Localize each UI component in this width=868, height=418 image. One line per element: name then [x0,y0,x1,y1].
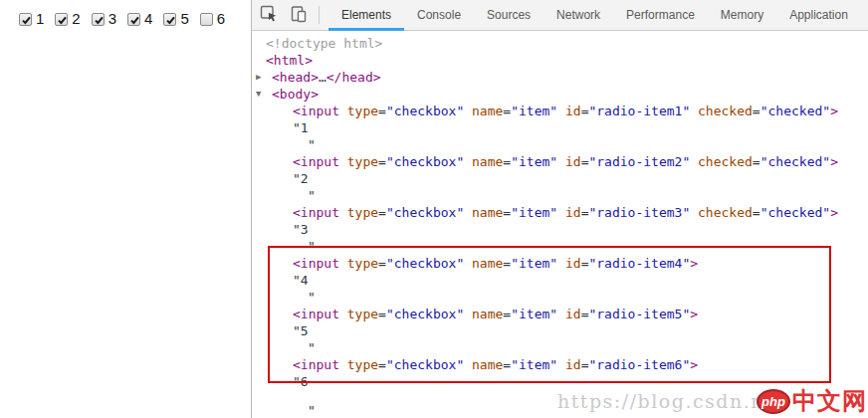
code-token: <head> [272,70,319,85]
collapse-arrow-icon[interactable]: ▼ [256,86,261,103]
device-toolbar-button[interactable] [286,2,312,28]
checkbox-3[interactable] [92,13,105,26]
code-token: <body> [272,87,319,102]
code-token [557,104,565,118]
code-token: "radio-item1" [588,104,690,118]
checkmark-icon [20,14,33,27]
code-line[interactable]: " [253,289,868,306]
code-token: type [347,307,378,321]
code-token: "1 [293,120,309,135]
code-line[interactable]: " [253,136,868,153]
code-line[interactable]: <input type="checkbox" name="item" id="r… [253,103,868,119]
tab-performance[interactable]: Performance [613,0,708,30]
code-token: = [753,154,760,169]
code-token: "radio-item6" [588,357,690,372]
code-token: id [565,357,581,372]
devtools-panel: ElementsConsoleSourcesNetworkPerformance… [251,0,868,418]
code-token: "checkbox" [386,357,464,372]
code-line[interactable]: <input type="checkbox" name="item" id="r… [253,306,868,322]
code-token [339,357,347,372]
code-token [464,357,472,372]
tab-application[interactable]: Application [776,0,861,30]
code-token: <input [293,307,339,321]
code-token [464,307,472,321]
code-token [464,205,472,220]
code-token: type [347,205,378,220]
php-logo-icon: php [757,389,790,414]
checkbox-label: 6 [217,10,225,28]
tab-sources[interactable]: Sources [474,0,543,30]
code-line[interactable]: <input type="checkbox" name="item" id="r… [253,255,868,272]
expand-arrow-icon[interactable]: ▶ [256,69,261,86]
code-token: checked [698,104,753,118]
checkbox-4[interactable] [127,13,140,26]
checkbox-label: 4 [144,10,152,28]
code-line[interactable]: <!doctype html> [253,35,868,52]
checkbox-6[interactable] [200,13,213,26]
code-token: <input [293,256,339,271]
code-token: type [347,104,378,118]
code-token: <input [293,357,339,372]
code-token: "checked" [760,205,830,220]
code-token: " [308,340,316,355]
code-token [339,154,347,169]
code-token: "checkbox" [386,307,464,321]
code-line[interactable]: "5 [253,322,868,339]
code-line[interactable]: <html> [253,52,868,69]
code-token: "item" [511,357,557,372]
code-token: checked [698,154,753,169]
checkbox-2[interactable] [55,13,68,26]
code-token: > [690,357,698,372]
code-token: > [690,256,698,271]
code-token: = [378,154,386,169]
tab-memory[interactable]: Memory [708,0,776,30]
code-line[interactable]: <input type="checkbox" name="item" id="r… [253,153,868,170]
code-token [464,256,472,271]
code-line[interactable]: "3 [253,221,868,238]
code-token: "checkbox" [386,104,464,118]
code-token: = [378,256,386,271]
code-line[interactable]: "4 [253,272,868,289]
code-token: = [503,307,511,321]
inspect-element-button[interactable] [256,2,282,28]
code-token: > [830,104,838,118]
code-line[interactable]: " [253,238,868,255]
checkbox-label: 2 [72,10,80,28]
code-token [339,205,347,220]
code-token: checked [698,205,753,220]
code-line[interactable]: " [253,339,868,356]
code-token: "radio-item2" [588,154,690,169]
code-token: name [472,357,503,372]
code-token: "item" [511,256,557,271]
tab-elements[interactable]: Elements [328,0,404,30]
tab-console[interactable]: Console [404,0,474,30]
code-line[interactable]: ▼<body> [253,86,868,103]
device-toolbar-icon [289,4,309,27]
devtools-tabs: ElementsConsoleSourcesNetworkPerformance… [328,0,861,30]
toolbar-divider [319,6,320,24]
code-line[interactable]: ▶<head>…</head> [253,69,868,86]
code-token [690,205,698,220]
code-token: <html> [266,53,313,68]
code-token: id [565,104,581,118]
checkbox-row: 123456 [19,10,225,28]
checkbox-1[interactable] [19,13,32,26]
code-token: = [503,256,511,271]
code-line[interactable]: <input type="checkbox" name="item" id="r… [253,356,868,373]
checkbox-5[interactable] [163,13,176,26]
code-token: "item" [511,154,557,169]
code-token: <input [293,205,339,220]
elements-tree: <!doctype html><html>▶<head>…</head>▼<bo… [253,31,868,418]
code-line[interactable]: " [253,187,868,204]
code-token: "radio-item5" [588,307,690,321]
watermark-site-name: 中文网 [792,385,867,417]
checkbox-label: 5 [180,10,188,28]
tab-network[interactable]: Network [543,0,613,30]
code-line[interactable]: "1 [253,119,868,136]
code-token: "6 [293,374,309,389]
code-line[interactable]: <input type="checkbox" name="item" id="r… [253,204,868,221]
code-line[interactable]: "2 [253,170,868,187]
code-token [557,205,565,220]
code-token [690,104,698,118]
code-token: name [472,205,503,220]
